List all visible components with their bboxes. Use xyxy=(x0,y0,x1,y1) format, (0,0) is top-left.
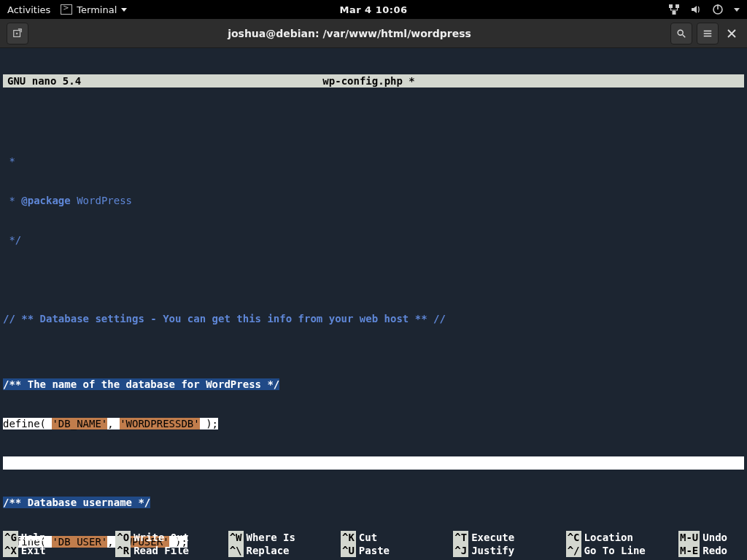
shortcut-gotoline: ^/Go To Line xyxy=(566,544,673,557)
shortcut-whereis: ^WWhere Is xyxy=(228,531,335,544)
power-icon xyxy=(712,4,724,15)
svg-point-6 xyxy=(678,30,683,35)
shortcut-exit: ^XExit xyxy=(3,544,109,557)
window-title: joshua@debian: /var/www/html/wordpress xyxy=(31,28,668,39)
shortcut-help: ^GHelp xyxy=(3,531,109,544)
nano-version: GNU nano 5.4 xyxy=(3,74,81,88)
code-line: /** Database username */ xyxy=(3,497,150,508)
app-menu-label: Terminal xyxy=(77,4,117,15)
shortcut-justify: ^JJustify xyxy=(453,544,560,557)
nano-shortcut-bar: ^GHelp ^OWrite Out ^WWhere Is ^KCut ^TEx… xyxy=(3,531,744,557)
search-button[interactable] xyxy=(670,23,692,44)
code-line: */ xyxy=(3,234,21,246)
nano-title-bar: GNU nano 5.4 wp-config.php * xyxy=(3,74,744,88)
activities-button[interactable]: Activities xyxy=(7,4,50,15)
system-status-area[interactable] xyxy=(668,4,740,15)
code-line: * xyxy=(3,195,21,206)
terminal-icon xyxy=(61,4,72,15)
network-icon xyxy=(668,4,680,15)
code-line: // ** Database settings - You can get th… xyxy=(3,313,446,324)
shortcut-replace: ^\Replace xyxy=(228,544,335,557)
shortcut-location: ^CLocation xyxy=(566,531,673,544)
chevron-down-icon xyxy=(734,8,740,12)
code-line: define( xyxy=(3,418,52,429)
shortcut-undo: M-UUndo xyxy=(678,531,744,544)
close-button[interactable] xyxy=(721,23,743,44)
window-titlebar: joshua@debian: /var/www/html/wordpress xyxy=(0,19,747,48)
shortcut-execute: ^TExecute xyxy=(453,531,560,544)
editor-content: * * @package WordPress */ // ** Database… xyxy=(3,127,744,560)
svg-rect-1 xyxy=(676,4,679,8)
shortcut-paste: ^UPaste xyxy=(341,544,447,557)
shortcut-readfile: ^RRead File xyxy=(115,544,222,557)
clock[interactable]: Mar 4 10:06 xyxy=(339,4,407,15)
chevron-down-icon xyxy=(121,8,127,12)
shortcut-writeout: ^OWrite Out xyxy=(115,531,222,544)
new-tab-button[interactable] xyxy=(7,23,28,44)
terminal-area[interactable]: GNU nano 5.4 wp-config.php * * * @packag… xyxy=(0,48,747,560)
volume-icon xyxy=(690,4,702,15)
code-line: /** The name of the database for WordPre… xyxy=(3,378,279,390)
gnome-top-bar: Activities Terminal Mar 4 10:06 xyxy=(0,0,747,19)
svg-rect-0 xyxy=(669,4,673,8)
svg-rect-4 xyxy=(717,4,719,9)
shortcut-cut: ^KCut xyxy=(341,531,447,544)
app-menu[interactable]: Terminal xyxy=(61,4,127,15)
hamburger-menu-button[interactable] xyxy=(697,23,719,44)
code-line: * xyxy=(3,155,15,167)
shortcut-redo: M-ERedo xyxy=(678,544,744,557)
nano-filename: wp-config.php * xyxy=(81,74,657,88)
